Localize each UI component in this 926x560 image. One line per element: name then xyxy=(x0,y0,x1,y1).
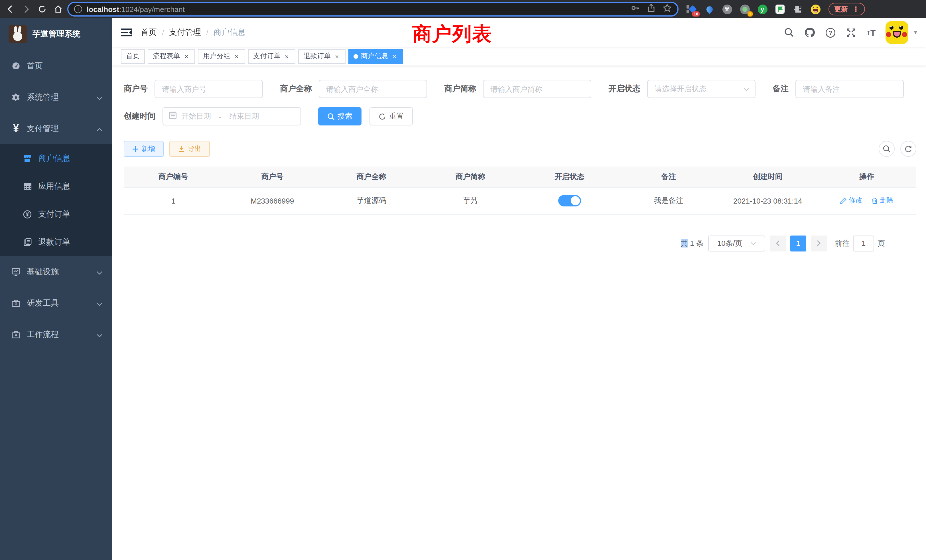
goto-page-input[interactable] xyxy=(853,235,874,251)
short-name-input[interactable] xyxy=(483,80,591,98)
extension-pin-icon[interactable] xyxy=(704,4,714,14)
browser-toolbar: i localhost:1024/pay/merchant 10 ⌘ xyxy=(0,0,926,18)
show-search-toggle-button[interactable] xyxy=(879,141,895,157)
extension-grammar-icon[interactable]: 1 xyxy=(740,4,750,14)
tab-process-form[interactable]: 流程表单× xyxy=(148,49,195,64)
sidebar-collapse-button[interactable] xyxy=(112,27,141,38)
sidebar-item-system[interactable]: 系统管理 xyxy=(0,82,112,113)
extensions-puzzle-icon[interactable] xyxy=(793,4,803,14)
app-logo[interactable]: 芋道管理系统 xyxy=(0,18,112,50)
extension-emoji-icon[interactable] xyxy=(810,4,820,14)
user-avatar[interactable] xyxy=(885,21,908,44)
table-row: 1 M233666999 芋道源码 芋艿 我是备注 2021-10-23 08:… xyxy=(124,187,916,215)
sidebar-item-workflow[interactable]: 工作流程 xyxy=(0,319,112,350)
user-menu-caret-icon[interactable]: ▼ xyxy=(913,30,918,35)
sidebar-item-home[interactable]: 首页 xyxy=(0,50,112,82)
extension-flag-icon[interactable] xyxy=(775,4,785,14)
create-time-range-picker[interactable]: 开始日期 - 结束日期 xyxy=(162,107,301,126)
browser-forward-button[interactable] xyxy=(21,3,32,15)
delete-button[interactable]: 删除 xyxy=(871,196,894,206)
help-icon[interactable]: ? xyxy=(824,26,837,39)
col-full-name: 商户全称 xyxy=(322,166,421,187)
sidebar-item-merchant-info[interactable]: 商户信息 xyxy=(0,144,112,172)
short-name-label: 商户简称 xyxy=(444,84,476,94)
url-text[interactable]: localhost:1024/pay/merchant xyxy=(87,5,631,14)
breadcrumb-home[interactable]: 首页 xyxy=(141,27,157,38)
extension-tabs-icon[interactable]: 10 xyxy=(687,4,697,14)
edit-button[interactable]: 修改 xyxy=(840,196,862,206)
logo-image xyxy=(9,25,27,43)
tab-pay-order[interactable]: 支付订单× xyxy=(248,49,295,64)
tab-merchant-info[interactable]: 商户信息× xyxy=(348,49,403,64)
close-icon[interactable]: × xyxy=(391,53,398,60)
browser-extensions: 10 ⌘ 1 y xyxy=(687,4,820,14)
status-select[interactable]: 请选择开启状态 xyxy=(647,80,755,98)
sidebar-item-refund-order[interactable]: 退款订单 xyxy=(0,228,112,256)
svg-text:?: ? xyxy=(829,29,832,36)
font-size-icon[interactable]: TT xyxy=(865,26,878,39)
prev-page-button[interactable] xyxy=(770,235,786,251)
tab-home[interactable]: 首页 xyxy=(121,49,145,64)
date-start-placeholder[interactable]: 开始日期 xyxy=(181,111,211,121)
merchant-no-input[interactable] xyxy=(154,80,263,98)
close-icon[interactable]: × xyxy=(233,53,240,60)
password-key-icon[interactable] xyxy=(631,3,640,15)
sidebar-item-dev-tools[interactable]: 研发工具 xyxy=(0,288,112,319)
active-dot xyxy=(354,54,358,59)
browser-home-button[interactable] xyxy=(53,3,64,15)
extension-command-icon[interactable]: ⌘ xyxy=(722,4,732,14)
grid-icon xyxy=(23,182,32,191)
next-page-button[interactable] xyxy=(811,235,827,251)
status-label: 开启状态 xyxy=(608,84,640,94)
merchant-no-label: 商户号 xyxy=(124,84,148,94)
tab-user-group[interactable]: 用户分组× xyxy=(198,49,245,64)
breadcrumb: 首页 / 支付管理 / 商户信息 xyxy=(141,27,245,38)
page-size-select[interactable]: 10条/页 xyxy=(708,235,765,251)
fullscreen-icon[interactable] xyxy=(844,26,857,39)
address-bar[interactable]: i localhost:1024/pay/merchant xyxy=(67,2,679,17)
extension-y-icon[interactable]: y xyxy=(757,4,767,14)
pagination-total: 共 1 条 xyxy=(681,238,704,248)
close-icon[interactable]: × xyxy=(334,53,340,60)
chevron-down-icon xyxy=(96,329,103,340)
date-end-placeholder[interactable]: 结束日期 xyxy=(230,111,259,121)
sidebar-item-pay-order[interactable]: 支付订单 xyxy=(0,200,112,228)
page: i localhost:1024/pay/merchant 10 ⌘ xyxy=(0,0,926,560)
gear-icon xyxy=(11,93,21,102)
col-merchant-no: 商户号 xyxy=(223,166,322,187)
status-toggle[interactable] xyxy=(558,195,581,206)
sidebar-item-infrastructure[interactable]: 基础设施 xyxy=(0,256,112,288)
share-icon[interactable] xyxy=(647,3,656,15)
header-search-icon[interactable] xyxy=(783,26,796,39)
export-button[interactable]: 导出 xyxy=(169,141,210,157)
full-name-input[interactable] xyxy=(319,80,427,98)
github-icon[interactable] xyxy=(803,26,816,39)
search-button[interactable]: 搜索 xyxy=(318,107,362,126)
page-unit-label: 页 xyxy=(878,238,885,248)
remark-label: 备注 xyxy=(773,84,788,94)
bookmark-star-icon[interactable] xyxy=(663,3,672,15)
browser-reload-button[interactable] xyxy=(36,3,48,15)
sidebar-item-app-info[interactable]: 应用信息 xyxy=(0,172,112,200)
reset-button[interactable]: 重置 xyxy=(369,107,413,126)
browser-update-button[interactable]: 更新 ⋮ xyxy=(829,3,865,15)
page-number-button[interactable]: 1 xyxy=(790,235,806,251)
close-icon[interactable]: × xyxy=(283,53,290,60)
browser-back-button[interactable] xyxy=(5,3,16,15)
sidebar-item-payment[interactable]: ¥ 支付管理 xyxy=(0,113,112,144)
add-button[interactable]: 新增 xyxy=(124,141,163,157)
monitor-chart-icon xyxy=(11,267,21,276)
breadcrumb-payment[interactable]: 支付管理 xyxy=(169,27,201,38)
close-icon[interactable]: × xyxy=(183,53,190,60)
chevron-up-icon xyxy=(96,123,103,134)
browser-menu-icon[interactable]: ⋮ xyxy=(852,5,859,13)
tab-refund-order[interactable]: 退款订单× xyxy=(298,49,345,64)
extension-badge: 10 xyxy=(692,11,700,17)
store-icon xyxy=(23,154,32,163)
remark-input[interactable] xyxy=(796,80,904,98)
site-info-icon[interactable]: i xyxy=(74,5,82,13)
chevron-down-icon xyxy=(96,92,103,102)
cell-full-name: 芋道源码 xyxy=(322,187,421,215)
toolbox-icon xyxy=(11,330,21,339)
refresh-button[interactable] xyxy=(900,141,916,157)
